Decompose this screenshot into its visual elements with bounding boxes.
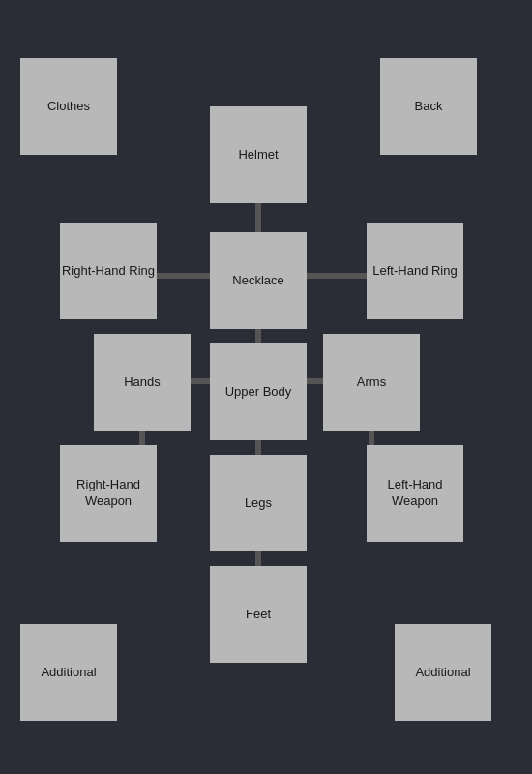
connector-necklace-rhr [157, 273, 213, 279]
slot-upper-body[interactable]: Upper Body [210, 343, 307, 440]
slot-right-hand-weapon[interactable]: Right-Hand Weapon [60, 445, 157, 542]
slot-legs[interactable]: Legs [210, 455, 307, 551]
slot-helmet[interactable]: Helmet [210, 106, 307, 203]
slot-additional-left[interactable]: Additional [20, 624, 117, 721]
slot-clothes[interactable]: Clothes [20, 58, 117, 155]
slot-arms[interactable]: Arms [323, 334, 420, 431]
slot-back[interactable]: Back [380, 58, 477, 155]
connector-necklace-lhr [307, 273, 369, 279]
slot-necklace[interactable]: Necklace [210, 232, 307, 329]
slot-right-hand-ring[interactable]: Right-Hand Ring [60, 223, 157, 319]
slot-additional-right[interactable]: Additional [395, 624, 491, 721]
slot-left-hand-weapon[interactable]: Left-Hand Weapon [367, 445, 463, 542]
slot-feet[interactable]: Feet [210, 566, 307, 663]
slot-hands[interactable]: Hands [94, 334, 191, 431]
slot-left-hand-ring[interactable]: Left-Hand Ring [367, 223, 463, 319]
connector-upperbody-arms [307, 378, 324, 384]
